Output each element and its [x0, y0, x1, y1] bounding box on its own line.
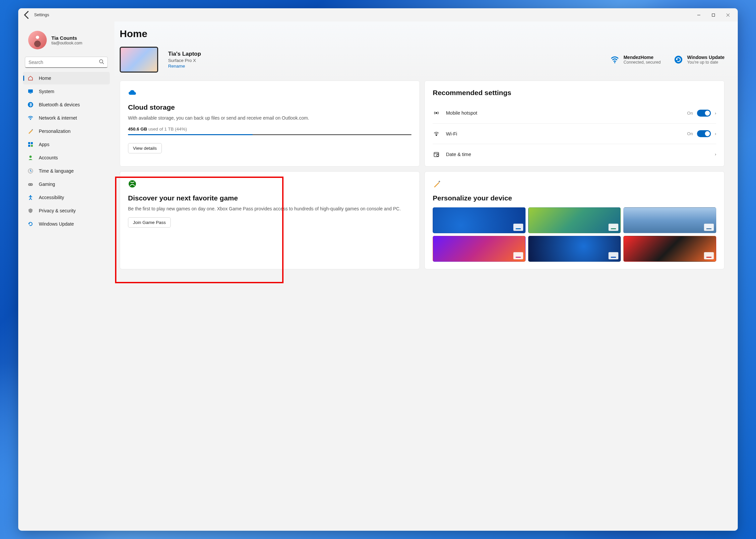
join-game-pass-button[interactable]: Join Game Pass	[128, 217, 171, 228]
page-title: Home	[120, 28, 724, 39]
account-profile[interactable]: Tia Counts tia@outlook.com	[22, 25, 111, 55]
calendar-icon	[433, 151, 440, 158]
theme-option-6[interactable]	[623, 236, 716, 262]
nav-update[interactable]: Windows Update	[23, 218, 110, 230]
svg-line-5	[102, 63, 104, 64]
main-content: Home Tia's Laptop Surface Pro X Rename M…	[114, 22, 738, 531]
nav-time[interactable]: Time & language	[23, 165, 110, 177]
personalize-card: Personalize your device	[425, 171, 724, 270]
nav-gaming[interactable]: Gaming	[23, 178, 110, 191]
theme-option-4[interactable]	[433, 236, 525, 262]
update-status-icon	[674, 55, 683, 64]
personalize-title: Personalize your device	[433, 194, 716, 202]
svg-point-22	[30, 195, 31, 196]
nav-personalization[interactable]: Personalization	[23, 125, 110, 137]
theme-option-3[interactable]	[623, 207, 716, 233]
profile-email: tia@outlook.com	[51, 41, 82, 45]
bluetooth-icon	[28, 102, 34, 108]
svg-point-24	[675, 56, 682, 63]
apps-icon	[28, 141, 34, 147]
maximize-button[interactable]	[706, 9, 720, 21]
recommended-settings-card: Recommended settings Mobile hotspot On ›	[425, 81, 724, 167]
settings-window: Settings Tia Counts tia@outlook.com	[18, 8, 738, 531]
update-status[interactable]: Windows Update You're up to date	[674, 55, 724, 65]
wifi-status[interactable]: MendezHome Connected, secured	[610, 55, 661, 65]
theme-option-5[interactable]	[528, 236, 621, 262]
svg-rect-31	[438, 181, 440, 183]
brush-icon	[433, 180, 716, 190]
recommended-title: Recommended settings	[433, 89, 716, 97]
gaming-icon	[28, 181, 34, 187]
cloud-title: Cloud storage	[128, 103, 412, 111]
close-button[interactable]	[720, 9, 735, 21]
device-model: Surface Pro X	[168, 58, 201, 63]
device-thumbnail[interactable]	[120, 47, 158, 73]
back-button[interactable]	[21, 9, 33, 21]
search-input[interactable]	[29, 60, 99, 65]
minimize-button[interactable]	[691, 9, 706, 21]
chevron-right-icon: ›	[715, 152, 716, 157]
wifi-small-icon	[433, 130, 440, 137]
nav-accessibility[interactable]: Accessibility	[23, 191, 110, 204]
svg-rect-19	[28, 183, 33, 186]
chevron-right-icon: ›	[715, 111, 716, 116]
wifi-setting[interactable]: Wi-Fi On ›	[433, 123, 716, 144]
svg-rect-6	[28, 90, 33, 93]
nav-bluetooth[interactable]: Bluetooth & devices	[23, 98, 110, 111]
svg-rect-13	[28, 145, 30, 147]
theme-option-2[interactable]	[528, 207, 621, 233]
nav-network[interactable]: Network & internet	[23, 112, 110, 124]
hotspot-icon	[433, 110, 440, 116]
svg-point-25	[436, 112, 437, 114]
wifi-toggle[interactable]	[697, 130, 711, 137]
cloud-desc: With available storage, you can back up …	[128, 115, 412, 121]
cloud-storage-card: Cloud storage With available storage, yo…	[120, 81, 420, 167]
cloud-usage: 450.6 GB used of 1 TB (44%)	[128, 126, 412, 131]
search-box[interactable]	[25, 57, 108, 68]
svg-rect-11	[28, 142, 30, 144]
hotspot-toggle[interactable]	[697, 110, 711, 116]
game-desc: Be the first to play new games on day on…	[128, 205, 412, 212]
view-details-button[interactable]: View details	[128, 143, 162, 153]
svg-point-30	[129, 180, 136, 188]
svg-point-26	[436, 134, 437, 135]
date-time-setting[interactable]: Date & time ›	[433, 144, 716, 164]
accounts-icon	[28, 155, 34, 161]
mobile-hotspot-setting[interactable]: Mobile hotspot On ›	[433, 103, 716, 123]
window-title: Settings	[34, 13, 49, 17]
cloud-icon	[128, 89, 412, 99]
personalization-icon	[28, 128, 34, 134]
titlebar: Settings	[18, 8, 738, 22]
nav-accounts[interactable]: Accounts	[23, 151, 110, 164]
game-title: Discover your next favorite game	[128, 194, 412, 202]
svg-rect-1	[712, 14, 714, 16]
sidebar: Tia Counts tia@outlook.com Home System	[18, 22, 114, 531]
search-icon	[99, 59, 104, 66]
svg-rect-7	[30, 93, 32, 94]
svg-point-23	[614, 62, 616, 64]
svg-point-15	[30, 156, 32, 158]
profile-name: Tia Counts	[51, 35, 82, 41]
theme-option-1[interactable]	[433, 207, 525, 233]
wifi-icon	[610, 55, 619, 64]
nav-apps[interactable]: Apps	[23, 138, 110, 151]
rename-link[interactable]: Rename	[168, 64, 201, 69]
nav-system[interactable]: System	[23, 85, 110, 98]
svg-point-4	[99, 60, 103, 63]
cloud-progress	[128, 134, 412, 135]
svg-point-21	[31, 184, 32, 185]
svg-point-29	[437, 154, 439, 156]
privacy-icon	[28, 208, 34, 214]
time-icon	[28, 168, 34, 174]
svg-point-20	[29, 184, 30, 185]
game-pass-card: Discover your next favorite game Be the …	[120, 171, 420, 270]
device-name: Tia's Laptop	[168, 51, 201, 57]
chevron-right-icon: ›	[715, 131, 716, 136]
update-icon	[28, 221, 34, 227]
xbox-icon	[128, 180, 412, 190]
system-icon	[28, 89, 34, 94]
nav-privacy[interactable]: Privacy & security	[23, 204, 110, 217]
svg-rect-14	[31, 145, 33, 147]
avatar	[28, 31, 47, 49]
nav-home[interactable]: Home	[23, 72, 110, 85]
